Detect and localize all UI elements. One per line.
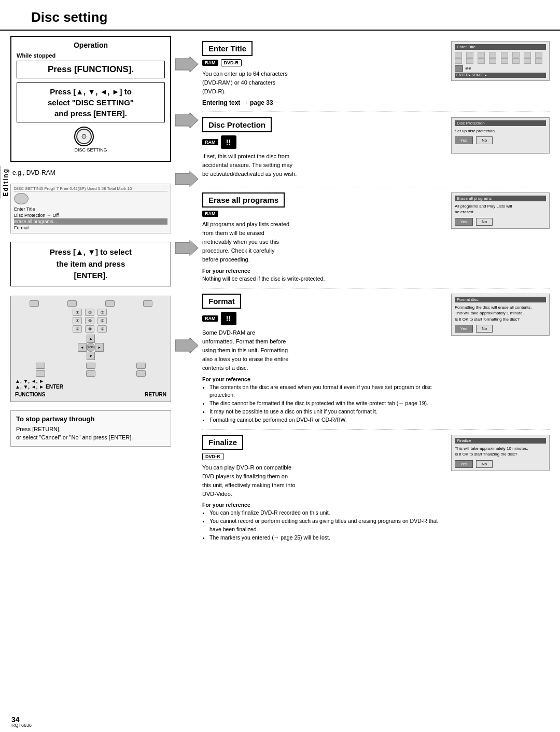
- format-screenshot: Format disc Formatting the disc will era…: [451, 294, 550, 424]
- ram-badge-ea: RAM: [202, 211, 218, 217]
- ea-no-btn[interactable]: No: [476, 218, 493, 226]
- arrow-finalize: [175, 338, 198, 355]
- model-number: RQT6636: [11, 723, 32, 728]
- menu-item-erase-all: Erase all programs...: [14, 218, 167, 225]
- finalize-ss-box: Finalize This will take approximately 10…: [451, 435, 550, 471]
- erase-all-ss-box: Erase all programs All programs and Play…: [451, 192, 550, 229]
- fmt-no-btn[interactable]: No: [476, 325, 493, 333]
- svg-point-1: [82, 134, 86, 139]
- press-functions-box: Press [FUNCTIONS].: [17, 61, 165, 78]
- remote-top-row: [15, 300, 166, 307]
- ss-cell: [455, 52, 462, 58]
- nav-left-btn[interactable]: ◄: [78, 343, 87, 352]
- disc-protection-ss-buttons: Yes No: [455, 136, 546, 144]
- section-enter-title: Enter Title RAM DVD-R You can enter up t…: [202, 36, 550, 112]
- menu-header-bar: DISC SETTING Prog# 7 Free 0:42(SP) Used …: [14, 186, 167, 191]
- finalize-ref-item-3: The markers you entered (→ page 25) will…: [209, 534, 446, 542]
- enter-title-main: Enter Title RAM DVD-R You can enter up t…: [202, 41, 446, 106]
- format-badges: RAM !!: [202, 312, 446, 325]
- nav-down-btn[interactable]: ▼: [87, 352, 95, 361]
- arrow-format: [175, 240, 198, 257]
- enter-title-screenshot: Enter Title: [451, 41, 550, 106]
- erase-all-ss-title: Erase all programs: [455, 196, 546, 201]
- nav-right-btn[interactable]: ►: [95, 343, 104, 352]
- ram-badge-fmt: RAM: [202, 315, 218, 322]
- ss-cell: [512, 58, 520, 64]
- dvd-r-badge: DVD-R: [221, 59, 242, 66]
- center-arrows-col: [171, 36, 202, 547]
- operation-title: Operation: [17, 41, 165, 49]
- enter-title-controls: ⊕⊗: [455, 65, 546, 72]
- arrow-erase-all: [175, 171, 198, 188]
- enter-title-ctrl1: [455, 65, 463, 72]
- disc-protection-screenshot: Disc Protection Set up disc protection. …: [451, 117, 550, 182]
- format-main: Format RAM !! Some DVD-RAM areunformatte…: [202, 294, 446, 424]
- format-for-ref-title: For your reference: [202, 376, 446, 382]
- page-title: Disc setting: [0, 0, 560, 31]
- format-for-ref-list: The contents on the disc are erased when…: [202, 383, 446, 424]
- stop-text: Press [RETURN], or select "Cancel" or "N…: [16, 425, 165, 442]
- format-ss-buttons: Yes No: [455, 325, 546, 333]
- finalize-header: Finalize: [202, 435, 243, 450]
- remote-btn-3: [105, 300, 115, 307]
- nav-empty-br: [95, 352, 104, 361]
- ram-badge: RAM: [202, 60, 218, 66]
- dp-no-btn[interactable]: No: [476, 136, 493, 144]
- remote-btn-2: [67, 300, 77, 307]
- finalize-badges: DVD-R: [202, 453, 446, 460]
- r-num-8: ⑧: [85, 325, 94, 333]
- remote-extra-btn2: [86, 363, 95, 369]
- remote-extra-btn5: [86, 370, 95, 377]
- r-num-1: ①: [73, 309, 82, 316]
- enter-title-ss-box: Enter Title: [451, 41, 550, 81]
- ram-badge-dp: RAM: [202, 139, 218, 145]
- fin-no-btn[interactable]: No: [476, 460, 493, 468]
- format-ref-item-4: Formatting cannot be performed on DVD-R …: [209, 416, 446, 424]
- format-ss-box: Format disc Formatting the disc will era…: [451, 294, 550, 336]
- return-label: RETURN: [145, 392, 166, 397]
- dp-yes-btn[interactable]: Yes: [455, 136, 473, 144]
- nav-empty-tr: [95, 335, 104, 343]
- ss-cell: [466, 52, 473, 58]
- erase-all-for-ref-text: Nothing will be erased if the disc is wr…: [202, 275, 446, 283]
- format-ss-text: Formatting the disc will erase all conte…: [455, 305, 546, 322]
- fmt-yes-btn[interactable]: Yes: [455, 325, 473, 333]
- ss-cell: [524, 58, 531, 64]
- ea-yes-btn[interactable]: Yes: [455, 218, 473, 226]
- disc-protection-body: If set, this will protect the disc froma…: [202, 152, 446, 178]
- while-stopped-label: While stopped: [17, 52, 165, 59]
- finalize-screenshot: Finalize This will take approximately 10…: [451, 435, 550, 542]
- remote-control: ① ② ③ ④ ⑤ ⑥ ⑦ ⑧ ⑨ ▲ ◄ ENT ► ▼: [10, 296, 171, 402]
- left-column: Operation While stopped Press [FUNCTIONS…: [10, 36, 171, 547]
- enter-title-icons: ⊕⊗: [465, 66, 471, 71]
- menu-item-disc-protection: Disc Protection ← Off: [14, 212, 167, 218]
- enter-title-ss-grid: [455, 52, 546, 64]
- warning-icon-fmt: !!: [221, 312, 236, 325]
- erase-all-for-ref-title: For your reference: [202, 268, 446, 274]
- ss-cell: [466, 58, 473, 64]
- finalize-ref-item-2: You cannot record or perform editing suc…: [209, 517, 446, 534]
- remote-extra-btn6: [136, 370, 146, 377]
- enter-title-header: Enter Title: [202, 41, 253, 56]
- r-num-7: ⑦: [73, 325, 82, 333]
- finalize-ss-title: Finalize: [455, 438, 546, 444]
- fin-yes-btn[interactable]: Yes: [455, 460, 473, 468]
- erase-all-ss-text: All programs and Play Lists willbe erase…: [455, 203, 546, 215]
- r-num-5: ⑤: [85, 317, 94, 324]
- enter-title-body: You can enter up to 64 characters(DVD-RA…: [202, 70, 446, 96]
- r-num-6: ⑥: [97, 317, 107, 324]
- finalize-for-ref-list: You can only finalize DVD-R recorded on …: [202, 509, 446, 542]
- menu-item-enter-title: Enter Title: [14, 206, 167, 212]
- nav-empty-tl: [78, 335, 87, 343]
- format-ref-item-1: The contents on the disc are erased when…: [209, 383, 446, 400]
- ss-cell: [489, 58, 496, 64]
- erase-all-header: Erase all programs: [202, 192, 285, 208]
- nav-enter-btn[interactable]: ENT: [87, 343, 95, 352]
- enter-label: ▲, ▼, ◄, ►▲, ▼, ◄, ► ENTER: [15, 378, 166, 390]
- enter-title-bottom: ENTER▸ SPACE ▸: [455, 73, 546, 78]
- right-column: Enter Title RAM DVD-R You can enter up t…: [202, 36, 550, 547]
- section-erase-all: Erase all programs RAM All programs and …: [202, 187, 550, 288]
- nav-up-btn[interactable]: ▲: [87, 335, 95, 343]
- disc-protection-ss-title: Disc Protection: [455, 120, 546, 126]
- erase-all-body: All programs and play lists createdfrom …: [202, 220, 446, 264]
